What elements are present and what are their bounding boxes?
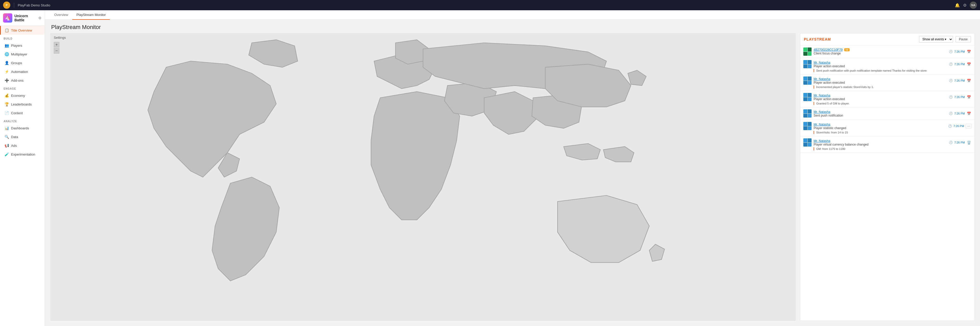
- sidebar-item-economy[interactable]: 💰 Economy: [0, 91, 45, 100]
- economy-icon: 💰: [4, 93, 9, 98]
- calendar-icon[interactable]: 📅: [966, 49, 972, 54]
- player-name-link[interactable]: 4B2700228CC10F79: [814, 48, 843, 52]
- event-stream-header: PLAYSTREAM Show all events ▾ Pause: [800, 33, 975, 46]
- player-name-link[interactable]: Mr. Natasha: [814, 61, 830, 65]
- more-button[interactable]: ···: [966, 124, 972, 128]
- content-icon: 📄: [4, 111, 9, 115]
- sidebar-item-leaderboards[interactable]: 🏆 Leaderboards: [0, 100, 45, 109]
- event-time-area: 🕐 7:26 PM 📅: [949, 111, 972, 116]
- experimentation-icon: 🧪: [4, 152, 9, 156]
- event-time: 7:26 PM: [954, 63, 965, 66]
- sidebar-item-data[interactable]: 🔍 Data: [0, 133, 45, 141]
- build-section-label: BUILD: [0, 35, 45, 41]
- sidebar-item-multiplayer[interactable]: 🌐 Multiplayer: [0, 50, 45, 59]
- event-row: Mr. Natasha Player action executed 🕐 7:2…: [800, 58, 975, 74]
- page-content: PlayStream Monitor Settings + −: [45, 20, 980, 326]
- calendar-icon[interactable]: 📅: [966, 62, 972, 67]
- calendar-icon[interactable]: 📅: [966, 78, 972, 83]
- sidebar-item-label: Multiplayer: [11, 52, 27, 56]
- show-all-events-select[interactable]: Show all events ▾: [919, 36, 953, 43]
- event-time: 7:26 PM: [954, 50, 965, 53]
- tab-overview[interactable]: Overview: [50, 10, 72, 20]
- tabs-bar: Overview PlayStream Monitor: [45, 10, 980, 20]
- ads-icon: 📢: [4, 144, 9, 147]
- addons-icon: ➕: [4, 78, 9, 82]
- event-time-area: 🕐 7:26 PM 📅: [949, 78, 972, 83]
- sidebar-item-dashboards[interactable]: 📊 Dashboards: [0, 124, 45, 133]
- sidebar-item-add-ons[interactable]: ➕ Add-ons: [0, 76, 45, 85]
- sidebar-item-groups[interactable]: 👤 Groups: [0, 59, 45, 67]
- event-stream: PLAYSTREAM Show all events ▾ Pause: [800, 33, 975, 321]
- trash-icon[interactable]: 🗑️: [966, 140, 972, 145]
- game-header[interactable]: 🦄 Unicorn Battle ⚙: [0, 10, 45, 26]
- event-type: Sent push notification: [814, 114, 947, 117]
- game-icon: 🦄: [3, 13, 12, 22]
- sidebar-item-ads[interactable]: 📢 Ads: [0, 141, 45, 150]
- event-detail: Incremented player's statistic StoreVisi…: [814, 85, 972, 89]
- sidebar-item-label: Content: [11, 111, 23, 115]
- sidebar-item-players[interactable]: 👥 Players: [0, 41, 45, 50]
- avatar: [803, 47, 811, 56]
- sidebar-item-label: Economy: [11, 94, 25, 98]
- event-type: Client focus change: [814, 52, 947, 55]
- player-name-link[interactable]: Mr. Natasha: [814, 123, 830, 126]
- event-row: Mr. Natasha Sent push notification 🕐 7:2…: [800, 107, 975, 120]
- topbar-actions: 🔔 ⚙ NA: [955, 2, 977, 9]
- sidebar-item-title-overview[interactable]: 📋 Title Overview: [0, 26, 45, 35]
- user-avatar[interactable]: NA: [970, 2, 977, 9]
- sidebar-item-label: Experimentation: [11, 152, 35, 156]
- event-detail: StoreVisits: from 14 to 15: [814, 131, 972, 134]
- sidebar-item-experimentation[interactable]: 🧪 Experimentation: [0, 150, 45, 159]
- player-name-link[interactable]: Mr. Natasha: [814, 94, 830, 97]
- avatar: [803, 109, 811, 117]
- event-time: 7:26 PM: [954, 95, 965, 98]
- sidebar-item-label: Title Overview: [11, 28, 32, 32]
- event-type: Player virtual currency balance changed: [814, 143, 947, 146]
- event-time: 7:26 PM: [954, 112, 965, 115]
- v2-badge: V2: [844, 48, 850, 51]
- game-title: Unicorn Battle: [14, 14, 36, 22]
- sidebar-item-content[interactable]: 📄 Content: [0, 109, 45, 117]
- sidebar: 🦄 Unicorn Battle ⚙ 📋 Title Overview BUIL…: [0, 10, 45, 326]
- sidebar-item-label: Automation: [11, 70, 28, 74]
- event-time-area: 🕐 7:26 PM ···: [948, 124, 972, 128]
- event-time-area: 🕐 7:26 PM 📅: [949, 62, 972, 67]
- event-list: 4B2700228CC10F79 V2 Client focus change …: [800, 46, 975, 321]
- player-name-link[interactable]: Mr. Natasha: [814, 139, 830, 143]
- engage-section-label: ENGAGE: [0, 85, 45, 91]
- event-info: Mr. Natasha Player action executed: [814, 93, 947, 101]
- event-info: Mr. Natasha Player virtual currency bala…: [814, 139, 947, 146]
- sidebar-item-label: Dashboards: [11, 126, 29, 130]
- app-title: PlayFab Demo Studio: [18, 3, 952, 7]
- title-icon: 📋: [4, 28, 9, 32]
- tab-playstream-monitor[interactable]: PlayStream Monitor: [72, 10, 110, 20]
- settings-label: Settings: [54, 36, 66, 40]
- analyze-section-label: ANALYZE: [0, 117, 45, 124]
- header-right: Show all events ▾ Pause: [919, 36, 971, 43]
- calendar-icon[interactable]: 📅: [966, 111, 972, 116]
- event-detail: Granted 5 of GM to player.: [814, 102, 972, 105]
- main-layout: 🦄 Unicorn Battle ⚙ 📋 Title Overview BUIL…: [0, 10, 980, 326]
- event-detail: Sent push notification with push notific…: [814, 69, 972, 72]
- sidebar-item-label: Ads: [11, 144, 17, 147]
- avatar: [803, 76, 811, 85]
- pause-button[interactable]: Pause: [956, 36, 971, 42]
- playstream-label: PLAYSTREAM: [804, 37, 831, 41]
- page-body: Settings + −: [45, 33, 980, 326]
- sidebar-item-automation[interactable]: ⚡ Automation: [0, 67, 45, 76]
- zoom-out-button[interactable]: −: [54, 48, 59, 54]
- player-name-link[interactable]: Mr. Natasha: [814, 110, 830, 114]
- sidebar-item-label: Groups: [11, 61, 22, 65]
- event-row: Mr. Natasha Player action executed 🕐 7:2…: [800, 74, 975, 91]
- game-settings-icon[interactable]: ⚙: [38, 16, 42, 20]
- sidebar-item-label: Add-ons: [11, 79, 24, 82]
- sidebar-item-label: Data: [11, 135, 18, 139]
- content-area: Overview PlayStream Monitor PlayStream M…: [45, 10, 980, 326]
- sidebar-item-label: Leaderboards: [11, 103, 32, 106]
- help-icon[interactable]: ⚙: [963, 3, 967, 8]
- zoom-in-button[interactable]: +: [54, 42, 59, 47]
- notification-icon[interactable]: 🔔: [955, 3, 960, 8]
- calendar-icon[interactable]: 📅: [966, 95, 972, 100]
- player-name-link[interactable]: Mr. Natasha: [814, 77, 830, 81]
- app-logo: P: [3, 2, 10, 9]
